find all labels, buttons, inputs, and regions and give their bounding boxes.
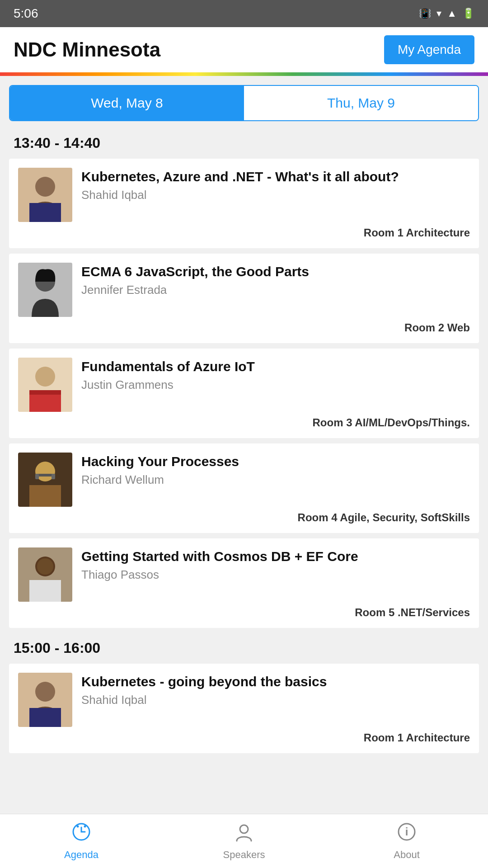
status-icons: 📳 ▾ ▲ 🔋 bbox=[419, 8, 474, 19]
session-title: Getting Started with Cosmos DB + EF Core bbox=[81, 547, 470, 565]
session-title: Fundamentals of Azure IoT bbox=[81, 358, 470, 375]
tab-wed[interactable]: Wed, May 8 bbox=[10, 86, 244, 120]
session-title: Hacking Your Processes bbox=[81, 453, 470, 470]
session-card[interactable]: Fundamentals of Azure IoT Justin Grammen… bbox=[9, 349, 479, 438]
svg-point-7 bbox=[35, 367, 55, 387]
svg-rect-3 bbox=[29, 203, 61, 222]
about-icon: i bbox=[397, 822, 417, 846]
svg-point-1 bbox=[35, 177, 55, 197]
session-room: Room 5 .NET/Services bbox=[18, 606, 470, 619]
time-slot-1500: 15:00 - 16:00 bbox=[0, 631, 488, 661]
svg-rect-15 bbox=[52, 474, 55, 479]
my-agenda-button[interactable]: My Agenda bbox=[384, 35, 474, 64]
day-tabs: Wed, May 8 Thu, May 9 bbox=[9, 85, 479, 121]
session-card[interactable]: Kubernetes, Azure and .NET - What's it a… bbox=[9, 159, 479, 248]
rainbow-bar bbox=[0, 72, 488, 76]
vibrate-icon: 📳 bbox=[419, 8, 431, 19]
time-slot-1340: 13:40 - 14:40 bbox=[0, 126, 488, 156]
svg-rect-14 bbox=[35, 474, 39, 479]
session-title: Kubernetes - going beyond the basics bbox=[81, 673, 470, 690]
svg-point-27 bbox=[240, 825, 248, 833]
avatar bbox=[18, 168, 72, 222]
session-room: Room 4 Agile, Security, SoftSkills bbox=[18, 511, 470, 524]
nav-item-agenda[interactable]: Agenda bbox=[0, 814, 163, 868]
session-card[interactable]: ECMA 6 JavaScript, the Good Parts Jennif… bbox=[9, 254, 479, 343]
battery-icon: 🔋 bbox=[462, 8, 474, 19]
avatar bbox=[18, 547, 72, 602]
svg-rect-23 bbox=[29, 708, 61, 727]
session-speaker: Shahid Iqbal bbox=[81, 693, 470, 707]
svg-rect-12 bbox=[29, 485, 61, 507]
avatar bbox=[18, 358, 72, 412]
session-card[interactable]: Kubernetes - going beyond the basics Sha… bbox=[9, 664, 479, 753]
session-title: Kubernetes, Azure and .NET - What's it a… bbox=[81, 168, 470, 185]
session-room: Room 3 AI/ML/DevOps/Things. bbox=[18, 416, 470, 429]
avatar bbox=[18, 673, 72, 727]
session-speaker: Justin Grammens bbox=[81, 378, 470, 392]
avatar bbox=[18, 263, 72, 317]
svg-text:i: i bbox=[405, 826, 408, 838]
avatar bbox=[18, 453, 72, 507]
svg-rect-9 bbox=[29, 390, 61, 395]
svg-point-25 bbox=[77, 825, 79, 827]
session-speaker: Richard Wellum bbox=[81, 473, 470, 487]
app-title: NDC Minnesota bbox=[14, 38, 160, 61]
status-time: 5:06 bbox=[14, 6, 38, 21]
session-speaker: Jennifer Estrada bbox=[81, 283, 470, 297]
session-card[interactable]: Getting Started with Cosmos DB + EF Core… bbox=[9, 538, 479, 628]
status-bar: 5:06 📳 ▾ ▲ 🔋 bbox=[0, 0, 488, 27]
svg-point-21 bbox=[35, 682, 55, 702]
session-speaker: Shahid Iqbal bbox=[81, 188, 470, 202]
nav-label-speakers: Speakers bbox=[223, 849, 265, 861]
session-title: ECMA 6 JavaScript, the Good Parts bbox=[81, 263, 470, 280]
session-room: Room 2 Web bbox=[18, 321, 470, 334]
nav-item-about[interactable]: i About bbox=[325, 814, 488, 868]
nav-label-agenda: Agenda bbox=[64, 849, 99, 861]
session-speaker: Thiago Passos bbox=[81, 568, 470, 582]
nav-label-about: About bbox=[394, 849, 420, 861]
speakers-icon bbox=[234, 822, 254, 846]
bottom-nav: Agenda Speakers i About bbox=[0, 814, 488, 868]
session-card[interactable]: Hacking Your Processes Richard Wellum Ro… bbox=[9, 443, 479, 533]
session-room: Room 1 Architecture bbox=[18, 226, 470, 239]
signal-icon: ▲ bbox=[447, 8, 457, 19]
session-room: Room 1 Architecture bbox=[18, 731, 470, 744]
nav-item-speakers[interactable]: Speakers bbox=[163, 814, 325, 868]
svg-rect-18 bbox=[29, 580, 61, 602]
tab-thu[interactable]: Thu, May 9 bbox=[244, 86, 478, 120]
svg-point-19 bbox=[37, 558, 53, 575]
header: NDC Minnesota My Agenda bbox=[0, 27, 488, 72]
wifi-icon: ▾ bbox=[436, 8, 441, 19]
svg-point-26 bbox=[84, 825, 86, 827]
svg-rect-13 bbox=[37, 474, 53, 476]
agenda-icon bbox=[71, 822, 91, 846]
